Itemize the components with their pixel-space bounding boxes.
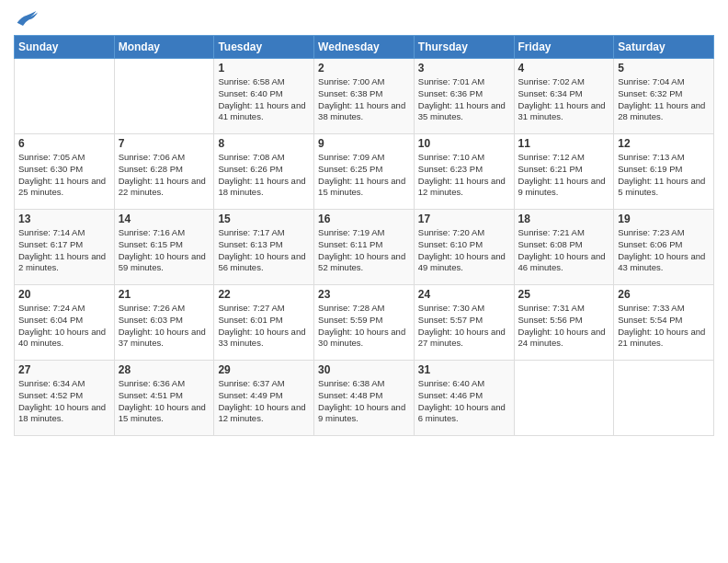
calendar-cell: 30Sunrise: 6:38 AMSunset: 4:48 PMDayligh…	[314, 361, 415, 436]
cell-content: Sunrise: 6:40 AMSunset: 4:46 PMDaylight:…	[418, 378, 510, 425]
calendar-cell: 6Sunrise: 7:05 AMSunset: 6:30 PMDaylight…	[15, 134, 115, 210]
cell-content: Sunrise: 7:21 AMSunset: 6:08 PMDaylight:…	[518, 227, 610, 274]
day-number: 30	[318, 363, 410, 376]
calendar-cell: 13Sunrise: 7:14 AMSunset: 6:17 PMDayligh…	[15, 210, 115, 285]
calendar-cell: 11Sunrise: 7:12 AMSunset: 6:21 PMDayligh…	[514, 134, 614, 210]
calendar-table: SundayMondayTuesdayWednesdayThursdayFrid…	[14, 35, 714, 436]
calendar-cell: 9Sunrise: 7:09 AMSunset: 6:25 PMDaylight…	[314, 134, 415, 210]
calendar-cell: 29Sunrise: 6:37 AMSunset: 4:49 PMDayligh…	[214, 361, 314, 436]
cell-content: Sunrise: 7:06 AMSunset: 6:28 PMDaylight:…	[119, 152, 210, 199]
calendar-cell: 25Sunrise: 7:31 AMSunset: 5:56 PMDayligh…	[514, 285, 614, 361]
calendar-cell: 7Sunrise: 7:06 AMSunset: 6:28 PMDaylight…	[114, 134, 214, 210]
cell-content: Sunrise: 7:19 AMSunset: 6:11 PMDaylight:…	[318, 227, 410, 274]
calendar-cell	[514, 361, 614, 436]
day-header-friday: Friday	[514, 36, 614, 59]
calendar-cell	[614, 361, 714, 436]
cell-content: Sunrise: 6:34 AMSunset: 4:52 PMDaylight:…	[18, 378, 110, 425]
day-number: 5	[618, 62, 710, 75]
cell-content: Sunrise: 7:20 AMSunset: 6:10 PMDaylight:…	[418, 227, 510, 274]
calendar-cell: 27Sunrise: 6:34 AMSunset: 4:52 PMDayligh…	[15, 361, 115, 436]
day-number: 27	[18, 363, 110, 376]
day-number: 11	[518, 137, 610, 150]
day-number: 31	[418, 363, 510, 376]
cell-content: Sunrise: 7:05 AMSunset: 6:30 PMDaylight:…	[18, 152, 110, 199]
calendar-cell: 12Sunrise: 7:13 AMSunset: 6:19 PMDayligh…	[614, 134, 714, 210]
calendar-cell: 14Sunrise: 7:16 AMSunset: 6:15 PMDayligh…	[114, 210, 214, 285]
day-number: 14	[119, 213, 210, 225]
cell-content: Sunrise: 7:12 AMSunset: 6:21 PMDaylight:…	[518, 152, 610, 199]
calendar-cell: 17Sunrise: 7:20 AMSunset: 6:10 PMDayligh…	[414, 210, 514, 285]
day-number: 23	[318, 288, 410, 301]
calendar-cell: 1Sunrise: 6:58 AMSunset: 6:40 PMDaylight…	[214, 59, 314, 134]
calendar-cell: 16Sunrise: 7:19 AMSunset: 6:11 PMDayligh…	[314, 210, 415, 285]
calendar-cell: 23Sunrise: 7:28 AMSunset: 5:59 PMDayligh…	[314, 285, 415, 361]
day-header-tuesday: Tuesday	[214, 36, 314, 59]
day-number: 15	[218, 213, 310, 225]
calendar-cell: 15Sunrise: 7:17 AMSunset: 6:13 PMDayligh…	[214, 210, 314, 285]
day-header-saturday: Saturday	[614, 36, 714, 59]
cell-content: Sunrise: 7:33 AMSunset: 5:54 PMDaylight:…	[618, 303, 710, 350]
day-number: 19	[618, 213, 710, 225]
calendar-cell: 8Sunrise: 7:08 AMSunset: 6:26 PMDaylight…	[214, 134, 314, 210]
cell-content: Sunrise: 7:04 AMSunset: 6:32 PMDaylight:…	[618, 76, 710, 123]
cell-content: Sunrise: 7:17 AMSunset: 6:13 PMDaylight:…	[218, 227, 310, 274]
day-number: 21	[119, 288, 210, 301]
cell-content: Sunrise: 7:28 AMSunset: 5:59 PMDaylight:…	[318, 303, 410, 350]
calendar-cell: 31Sunrise: 6:40 AMSunset: 4:46 PMDayligh…	[414, 361, 514, 436]
day-number: 26	[618, 288, 710, 301]
calendar-cell: 19Sunrise: 7:23 AMSunset: 6:06 PMDayligh…	[614, 210, 714, 285]
day-number: 6	[18, 137, 110, 150]
day-number: 7	[119, 137, 210, 150]
calendar-cell: 10Sunrise: 7:10 AMSunset: 6:23 PMDayligh…	[414, 134, 514, 210]
cell-content: Sunrise: 7:31 AMSunset: 5:56 PMDaylight:…	[518, 303, 610, 350]
calendar-cell: 22Sunrise: 7:27 AMSunset: 6:01 PMDayligh…	[214, 285, 314, 361]
day-header-sunday: Sunday	[15, 36, 115, 59]
cell-content: Sunrise: 7:01 AMSunset: 6:36 PMDaylight:…	[418, 76, 510, 123]
calendar-cell: 21Sunrise: 7:26 AMSunset: 6:03 PMDayligh…	[114, 285, 214, 361]
day-number: 12	[618, 137, 710, 150]
day-number: 10	[418, 137, 510, 150]
calendar-cell	[114, 59, 214, 134]
cell-content: Sunrise: 7:00 AMSunset: 6:38 PMDaylight:…	[318, 76, 410, 123]
day-number: 13	[18, 213, 110, 225]
cell-content: Sunrise: 7:10 AMSunset: 6:23 PMDaylight:…	[418, 152, 510, 199]
day-number: 16	[318, 213, 410, 225]
cell-content: Sunrise: 6:37 AMSunset: 4:49 PMDaylight:…	[218, 378, 310, 425]
week-row-5: 27Sunrise: 6:34 AMSunset: 4:52 PMDayligh…	[15, 361, 714, 436]
calendar-cell	[15, 59, 115, 134]
day-number: 28	[119, 363, 210, 376]
calendar-cell: 18Sunrise: 7:21 AMSunset: 6:08 PMDayligh…	[514, 210, 614, 285]
cell-content: Sunrise: 6:36 AMSunset: 4:51 PMDaylight:…	[119, 378, 210, 425]
cell-content: Sunrise: 7:13 AMSunset: 6:19 PMDaylight:…	[618, 152, 710, 199]
logo-area	[14, 9, 38, 28]
cell-content: Sunrise: 7:24 AMSunset: 6:04 PMDaylight:…	[18, 303, 110, 350]
week-row-3: 13Sunrise: 7:14 AMSunset: 6:17 PMDayligh…	[15, 210, 714, 285]
calendar-cell: 20Sunrise: 7:24 AMSunset: 6:04 PMDayligh…	[15, 285, 115, 361]
header	[14, 9, 714, 28]
week-row-1: 1Sunrise: 6:58 AMSunset: 6:40 PMDaylight…	[15, 59, 714, 134]
calendar-cell: 26Sunrise: 7:33 AMSunset: 5:54 PMDayligh…	[614, 285, 714, 361]
day-number: 24	[418, 288, 510, 301]
day-number: 9	[318, 137, 410, 150]
day-number: 4	[518, 62, 610, 75]
cell-content: Sunrise: 6:38 AMSunset: 4:48 PMDaylight:…	[318, 378, 410, 425]
day-header-monday: Monday	[114, 36, 214, 59]
cell-content: Sunrise: 7:27 AMSunset: 6:01 PMDaylight:…	[218, 303, 310, 350]
cell-content: Sunrise: 7:14 AMSunset: 6:17 PMDaylight:…	[18, 227, 110, 274]
day-number: 8	[218, 137, 310, 150]
cell-content: Sunrise: 7:08 AMSunset: 6:26 PMDaylight:…	[218, 152, 310, 199]
calendar-page: SundayMondayTuesdayWednesdayThursdayFrid…	[0, 0, 728, 450]
calendar-cell: 4Sunrise: 7:02 AMSunset: 6:34 PMDaylight…	[514, 59, 614, 134]
calendar-cell: 28Sunrise: 6:36 AMSunset: 4:51 PMDayligh…	[114, 361, 214, 436]
day-number: 20	[18, 288, 110, 301]
day-number: 3	[418, 62, 510, 75]
cell-content: Sunrise: 6:58 AMSunset: 6:40 PMDaylight:…	[218, 76, 310, 123]
day-number: 17	[418, 213, 510, 225]
cell-content: Sunrise: 7:09 AMSunset: 6:25 PMDaylight:…	[318, 152, 410, 199]
day-number: 1	[218, 62, 310, 75]
day-number: 29	[218, 363, 310, 376]
day-number: 25	[518, 288, 610, 301]
day-header-wednesday: Wednesday	[314, 36, 415, 59]
week-row-2: 6Sunrise: 7:05 AMSunset: 6:30 PMDaylight…	[15, 134, 714, 210]
day-number: 2	[318, 62, 410, 75]
